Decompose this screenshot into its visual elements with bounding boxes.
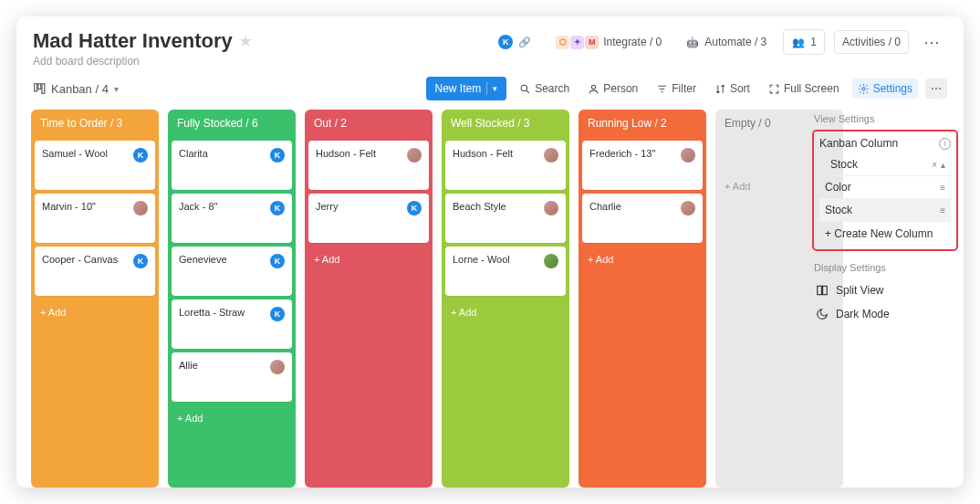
sort-icon: [714, 83, 726, 95]
chevron-up-icon: ▴: [941, 160, 945, 170]
avatar: [270, 360, 285, 374]
kanban-column-wellStocked: Well Stocked / 3Hudson - FeltBeach Style…: [442, 110, 569, 488]
split-view-icon: [816, 284, 829, 297]
integration-icons: ⬡✦M: [556, 36, 599, 49]
avatar: K: [270, 148, 285, 163]
board-header: Mad Hatter Inventory ★ Add board descrip…: [16, 16, 964, 73]
info-icon[interactable]: i: [939, 138, 951, 150]
search-button[interactable]: Search: [514, 79, 575, 99]
filter-button[interactable]: Filter: [651, 79, 702, 99]
dark-mode-toggle[interactable]: Dark Mode: [812, 302, 958, 326]
display-settings-heading: Display Settings: [814, 262, 958, 273]
activities-label: Activities / 0: [842, 36, 901, 48]
activities-button[interactable]: Activities / 0: [834, 30, 909, 54]
add-card-button[interactable]: + Add: [442, 299, 569, 325]
person-filter-button[interactable]: Person: [582, 79, 643, 99]
card-title: Marvin - 10": [42, 201, 96, 212]
svg-rect-2: [42, 84, 45, 94]
search-icon: [519, 83, 531, 95]
kanban-card[interactable]: Frederich - 13": [582, 141, 703, 190]
kanban-card[interactable]: Loretta - StrawK: [172, 299, 292, 349]
kanban-card[interactable]: Charlie: [582, 194, 703, 243]
kanban-card[interactable]: Hudson - Felt: [445, 141, 566, 190]
fullscreen-button[interactable]: Full Screen: [763, 79, 845, 99]
add-card-button[interactable]: + Add: [168, 405, 296, 431]
column-header[interactable]: Time to Order / 3: [31, 110, 159, 137]
sort-label: Sort: [730, 82, 750, 95]
kanban-card[interactable]: Hudson - Felt: [308, 141, 429, 190]
svg-rect-10: [818, 286, 822, 294]
new-item-button[interactable]: New Item ▾: [426, 77, 507, 100]
filter-icon: [656, 83, 668, 95]
svg-rect-11: [823, 286, 828, 294]
column-header[interactable]: Fully Stocked / 6: [168, 110, 296, 137]
avatar: K: [133, 148, 148, 163]
gear-icon: [858, 83, 870, 95]
settings-button[interactable]: Settings: [852, 79, 918, 99]
link-icon: 🔗: [517, 35, 532, 49]
members-button[interactable]: 👥 1: [783, 29, 825, 55]
add-card-button[interactable]: + Add: [31, 299, 159, 325]
chevron-down-icon[interactable]: ▾: [493, 84, 497, 93]
dark-mode-label: Dark Mode: [836, 308, 890, 320]
kanban-icon: [33, 82, 46, 95]
automate-button[interactable]: 🤖 Automate / 3: [678, 30, 774, 54]
kanban-card[interactable]: Jack - 8"K: [172, 194, 292, 243]
avatar: K: [270, 201, 285, 215]
split-view-toggle[interactable]: Split View: [812, 278, 958, 302]
sort-button[interactable]: Sort: [709, 79, 756, 99]
card-title: Cooper - Canvas: [42, 254, 118, 265]
clear-icon[interactable]: ×: [932, 160, 937, 170]
view-switcher[interactable]: Kanban / 4 ▾: [33, 82, 119, 96]
split-view-label: Split View: [836, 284, 883, 297]
column-header[interactable]: Out / 2: [305, 110, 433, 137]
kanban-card[interactable]: GenevieveK: [172, 247, 292, 296]
avatar: [133, 201, 148, 215]
kanban-column-select[interactable]: Stock ×▴: [819, 153, 951, 175]
settings-side-panel: View Settings Kanban Column i Stock ×▴ C…: [812, 110, 958, 488]
selected-column-label: Stock: [830, 158, 858, 171]
fullscreen-label: Full Screen: [784, 82, 839, 95]
favorite-star-icon[interactable]: ★: [238, 31, 253, 51]
column-option-label: Stock: [825, 204, 852, 216]
avatar: [544, 201, 558, 215]
create-new-column-button[interactable]: + Create New Column: [819, 221, 951, 246]
board-description-placeholder[interactable]: Add board description: [33, 55, 253, 68]
kanban-card[interactable]: Samuel - WoolK: [35, 141, 155, 190]
kanban-column-fullyStocked: Fully Stocked / 6ClaritaKJack - 8"KGenev…: [168, 110, 296, 488]
drag-handle-icon[interactable]: ≡: [940, 205, 945, 215]
kanban-column-runningLow: Running Low / 2Frederich - 13"Charlie+ A…: [579, 110, 706, 488]
card-title: Charlie: [589, 201, 621, 212]
card-title: Jack - 8": [179, 201, 217, 212]
avatar: K: [407, 201, 422, 215]
new-item-label: New Item: [435, 82, 482, 95]
toolbar-more-button[interactable]: ⋯: [925, 79, 947, 99]
add-card-button[interactable]: + Add: [579, 247, 706, 272]
column-option-label: Color: [825, 181, 851, 194]
kanban-card[interactable]: Marvin - 10": [35, 194, 155, 243]
app-badge-cluster[interactable]: K 🔗: [491, 30, 539, 54]
kanban-card[interactable]: JerryK: [308, 194, 429, 243]
column-option[interactable]: Stock≡: [819, 198, 951, 221]
column-header[interactable]: Well Stocked / 3: [442, 110, 569, 137]
add-card-button[interactable]: + Add: [305, 247, 433, 272]
moon-icon: [816, 308, 829, 320]
svg-line-4: [526, 90, 529, 93]
kanban-card[interactable]: ClaritaK: [172, 141, 292, 190]
card-title: Lorne - Wool: [453, 254, 510, 265]
settings-label: Settings: [873, 82, 912, 95]
kanban-card[interactable]: Lorne - Wool: [445, 247, 566, 296]
kanban-column-label: Kanban Column: [819, 137, 898, 150]
view-settings-heading: View Settings: [814, 113, 958, 124]
more-menu-icon[interactable]: ⋯: [918, 32, 947, 52]
kanban-card[interactable]: Allie: [172, 352, 292, 402]
fullscreen-icon: [768, 83, 780, 95]
column-option[interactable]: Color≡: [819, 175, 951, 198]
integrate-button[interactable]: ⬡✦M Integrate / 0: [548, 31, 669, 54]
kanban-card[interactable]: Beach Style: [445, 194, 566, 243]
kanban-card[interactable]: Cooper - CanvasK: [35, 247, 155, 296]
drag-handle-icon[interactable]: ≡: [940, 183, 945, 193]
card-title: Loretta - Straw: [179, 307, 245, 318]
kanban-column-timeToOrder: Time to Order / 3Samuel - WoolKMarvin - …: [31, 110, 159, 488]
column-header[interactable]: Running Low / 2: [579, 110, 706, 137]
